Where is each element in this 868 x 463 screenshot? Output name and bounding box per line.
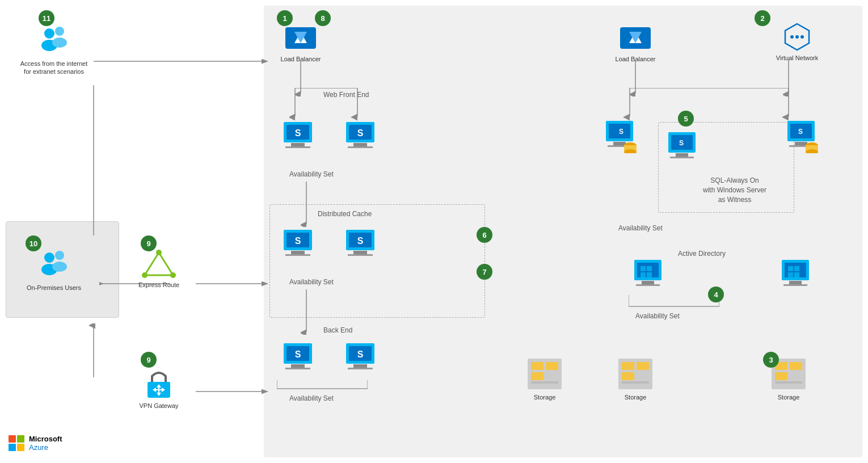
svg-rect-44 (291, 251, 305, 254)
vm-web2-block: S (340, 119, 380, 149)
svg-text:S: S (357, 236, 364, 246)
badge-1: 1 (277, 10, 293, 26)
svg-rect-124 (637, 372, 649, 380)
svg-rect-97 (642, 281, 654, 284)
avail-set-sql-label: Availability Set (618, 224, 663, 232)
vm-ad-right-block (777, 258, 817, 288)
svg-rect-49 (353, 251, 367, 254)
svg-rect-89 (795, 142, 807, 145)
svg-point-2 (55, 27, 64, 36)
vm-back2-block: S (340, 340, 380, 370)
svg-rect-99 (641, 266, 646, 271)
svg-rect-45 (285, 254, 310, 256)
avail-set-ad-label: Availability Set (635, 312, 680, 320)
vm-sql-right-block: S (783, 119, 823, 153)
arrows-right-vms (621, 88, 797, 122)
svg-text:S: S (679, 139, 684, 147)
svg-rect-119 (531, 381, 558, 384)
vm-web1-block: S (278, 119, 318, 149)
internet-access-block: Access from the internet for extranet sc… (17, 26, 91, 76)
svg-rect-116 (546, 362, 558, 370)
svg-rect-109 (788, 272, 793, 277)
svg-point-6 (44, 252, 54, 263)
svg-point-9 (52, 262, 67, 272)
badge-5: 5 (678, 111, 694, 127)
microsoft-text: Microsoft (29, 435, 62, 443)
svg-rect-105 (789, 281, 802, 284)
svg-text:S: S (357, 350, 364, 359)
arrows-wfe (289, 88, 372, 122)
storage1-block: Storage (522, 357, 567, 401)
storage3-label: Storage (778, 393, 800, 401)
svg-rect-102 (647, 272, 652, 277)
virtual-network-block: Virtual Network (766, 22, 828, 62)
vm-cache1-block: S (278, 227, 318, 256)
svg-rect-54 (291, 364, 305, 368)
svg-text:S: S (357, 128, 364, 138)
onprem-users-block: On-Premises Users (17, 250, 91, 292)
svg-rect-129 (775, 372, 787, 380)
arrow-up-vpn (88, 323, 99, 380)
arrow-down-onprem (88, 85, 99, 238)
svg-rect-108 (794, 266, 799, 271)
svg-rect-100 (647, 266, 652, 271)
internet-access-label: Access from the internet for extranet sc… (20, 60, 88, 76)
ms-sq-blue (9, 444, 16, 451)
svg-rect-31 (291, 143, 305, 146)
badge-4: 4 (708, 287, 724, 302)
ms-sq-red (9, 435, 16, 443)
arrow-wfe-to-cache (301, 182, 312, 227)
svg-text:S: S (619, 128, 623, 136)
onprem-label: On-Premises Users (27, 284, 81, 292)
active-directory-label: Active Directory (678, 250, 726, 258)
svg-rect-125 (622, 381, 649, 384)
svg-point-12 (156, 250, 162, 255)
arrow-er-to-azure (196, 278, 275, 289)
svg-rect-76 (613, 142, 626, 145)
lb-left-block: Load Balancer (278, 23, 323, 63)
svg-rect-60 (348, 368, 373, 369)
storage1-label: Storage (534, 393, 556, 401)
vm-ad-left-block (630, 258, 669, 288)
svg-rect-59 (353, 364, 367, 368)
svg-text:S: S (295, 128, 301, 138)
badge-6: 6 (477, 227, 492, 243)
svg-point-13 (170, 272, 176, 278)
vpn-gateway-label: VPN Gateway (139, 402, 178, 410)
svg-rect-122 (637, 362, 649, 370)
svg-point-71 (800, 35, 804, 39)
arrow-vpn-to-azure (196, 386, 275, 397)
avail-set-1-label: Availability Set (289, 170, 334, 178)
svg-rect-121 (622, 362, 634, 370)
avail-set-2-label: Availability Set (289, 278, 334, 286)
svg-rect-106 (783, 284, 807, 286)
svg-rect-101 (641, 272, 646, 277)
vm-back1-block: S (278, 340, 318, 370)
svg-rect-36 (353, 143, 367, 146)
azure-text: Azure (29, 443, 62, 452)
svg-rect-131 (775, 381, 802, 384)
svg-rect-55 (285, 368, 310, 369)
lb-right-block: Load Balancer (613, 23, 658, 63)
svg-rect-98 (636, 284, 660, 286)
svg-rect-85 (670, 157, 694, 158)
diagram-container: 11 Access from the internet for extranet… (0, 0, 868, 463)
svg-rect-117 (531, 372, 543, 380)
svg-point-3 (52, 37, 67, 48)
badge-3: 3 (763, 352, 779, 368)
bracket-ad (629, 292, 719, 309)
svg-marker-11 (145, 252, 173, 275)
ms-sq-yellow (17, 444, 24, 451)
badge-7: 7 (477, 264, 492, 280)
svg-rect-84 (676, 153, 688, 157)
bracket-backend (277, 374, 368, 392)
svg-rect-37 (348, 146, 373, 148)
svg-rect-110 (794, 272, 799, 277)
svg-point-0 (44, 28, 54, 39)
svg-rect-107 (788, 266, 793, 271)
microsoft-azure-logo: Microsoft Azure (9, 435, 62, 452)
ms-logo-squares (9, 435, 24, 451)
virtual-network-label: Virtual Network (776, 54, 818, 62)
ms-sq-green (17, 435, 24, 443)
svg-text:S: S (798, 128, 803, 136)
